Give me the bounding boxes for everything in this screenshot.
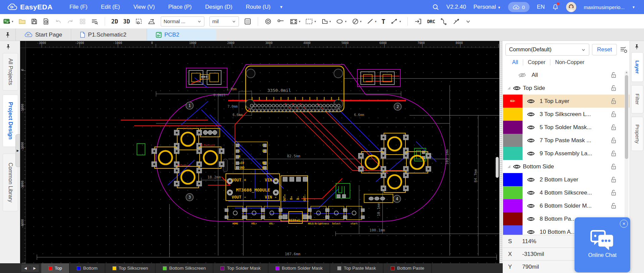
layer-options-icon[interactable] xyxy=(620,45,628,54)
via-tool-button[interactable] xyxy=(264,18,272,25)
eye-icon[interactable] xyxy=(527,99,535,104)
chat-close-icon[interactable]: ✕ xyxy=(620,220,628,228)
layer-color-swatch[interactable] xyxy=(503,186,523,199)
window-layout-button[interactable] xyxy=(79,18,86,25)
panel-resize-handle[interactable] xyxy=(499,41,503,273)
copper-area-tool-button[interactable]: ▾ xyxy=(305,18,316,25)
eye-icon[interactable] xyxy=(527,203,535,209)
online-chat-popup[interactable]: ✕ Online Chat xyxy=(575,217,630,272)
cloud-sync-badge[interactable]: 0 xyxy=(508,2,529,12)
grid-settings-button[interactable] xyxy=(244,18,251,25)
layer-tab-noncopper[interactable]: Non-Copper xyxy=(550,59,589,65)
eye-icon[interactable] xyxy=(527,229,535,235)
pcb-canvas[interactable]: HOMEVOL+VOL-HOLD/BrightnessSelectstart12… xyxy=(20,41,499,263)
new-pcb-button[interactable]: ▾ xyxy=(3,18,13,25)
collapse-triangle-icon[interactable] xyxy=(507,86,511,90)
layer-color-swatch[interactable] xyxy=(503,121,523,134)
arc-tool-button[interactable]: ▾ xyxy=(336,18,347,25)
redo-button[interactable] xyxy=(67,18,74,24)
menu-design[interactable]: Design (D) xyxy=(205,4,232,10)
layer-color-swatch[interactable] xyxy=(503,108,523,121)
pad-tool-button[interactable]: ▾ xyxy=(290,18,301,25)
sidebar-pin[interactable] xyxy=(6,44,10,50)
line-tool-button[interactable]: ▾ xyxy=(366,18,377,25)
lock-icon[interactable] xyxy=(611,72,616,78)
sidebar-tab-all-projects[interactable]: All Projects xyxy=(3,53,18,91)
layer-row-all[interactable]: All xyxy=(503,68,630,81)
lock-icon[interactable] xyxy=(611,176,616,183)
search-icon[interactable] xyxy=(432,4,439,10)
reset-button[interactable]: Reset xyxy=(592,44,617,55)
tab-schematic[interactable]: P1.Schematic2 xyxy=(71,29,147,41)
layer-color-swatch[interactable] xyxy=(503,134,523,147)
view-3d-button[interactable]: 3D xyxy=(123,18,130,25)
layer-group-bottom-side[interactable]: Bottom Side xyxy=(503,160,630,173)
tab-start-page[interactable]: Start Page xyxy=(16,29,71,41)
eye-icon[interactable] xyxy=(527,151,535,156)
save-button[interactable] xyxy=(31,18,38,25)
eye-icon[interactable] xyxy=(527,216,535,222)
lock-icon[interactable] xyxy=(611,124,616,130)
eye-icon[interactable] xyxy=(527,190,535,196)
layer-color-swatch[interactable] xyxy=(503,212,523,225)
lock-icon[interactable] xyxy=(611,163,616,170)
horizontal-ruler[interactable]: -3000-2000-10000100020003000400050006000… xyxy=(26,41,499,48)
layer-row-bottom-layer[interactable]: 2 Bottom Layer xyxy=(503,173,630,186)
lock-icon[interactable] xyxy=(611,150,616,157)
net-tool-button[interactable] xyxy=(452,18,460,25)
layer-row-top-solder-mask[interactable]: 5 Top Solder Mask... xyxy=(503,121,630,134)
unit-select[interactable]: mil xyxy=(209,16,239,26)
eye-icon[interactable] xyxy=(527,177,535,182)
design-manager-button[interactable] xyxy=(91,18,98,25)
bottom-tab-bottom-paste[interactable]: Bottom Paste xyxy=(384,263,432,273)
notifications-button[interactable] xyxy=(552,3,559,11)
menu-file[interactable]: File (F) xyxy=(69,4,88,10)
solid-region-tool-button[interactable]: ▾ xyxy=(321,18,331,25)
more-tools-button[interactable] xyxy=(465,19,471,24)
menu-more-chevron-icon[interactable]: ▼ xyxy=(279,5,283,9)
lock-icon[interactable] xyxy=(611,137,616,144)
menu-route[interactable]: Route (U) xyxy=(246,4,271,10)
eye-off-icon[interactable] xyxy=(518,72,526,78)
circle-tool-button[interactable]: ▾ xyxy=(352,18,362,25)
collapse-triangle-icon[interactable] xyxy=(507,164,511,169)
layer-bar-next-button[interactable]: ▶ xyxy=(30,266,39,270)
bottom-tab-top-paste-mask[interactable]: Top Paste Mask xyxy=(330,263,384,273)
bottom-tab-bottom-silkscreen[interactable]: Bottom Silkscreen xyxy=(156,263,213,273)
lock-icon[interactable] xyxy=(611,111,616,117)
menu-view[interactable]: View (V) xyxy=(133,4,155,10)
scrollbar-thumb[interactable] xyxy=(625,75,628,159)
bottom-tab-top[interactable]: Top xyxy=(41,263,70,273)
language-toggle[interactable]: EN xyxy=(537,4,545,10)
layer-color-swatch[interactable]: ✏ xyxy=(503,95,523,108)
layer-tab-all[interactable]: All xyxy=(507,59,523,65)
layer-row-top-paste-mask[interactable]: 7 Top Paste Mask ... xyxy=(503,134,630,147)
bottom-tab-top-solder-mask[interactable]: Top Solder Mask xyxy=(213,263,268,273)
eye-icon[interactable] xyxy=(527,112,535,117)
lock-icon[interactable] xyxy=(611,203,616,209)
bottom-tab-top-silkscreen[interactable]: Top Silkscreen xyxy=(105,263,156,273)
lock-icon[interactable] xyxy=(611,98,616,104)
lock-icon[interactable] xyxy=(611,189,616,196)
side-tab-property[interactable]: Property xyxy=(631,117,643,151)
side-tab-filter[interactable]: Filter xyxy=(631,85,643,113)
layer-color-swatch[interactable] xyxy=(503,147,523,160)
photo-view-button[interactable] xyxy=(148,18,156,25)
file-history-button[interactable] xyxy=(43,18,49,25)
view-2d-button[interactable]: 2D xyxy=(111,18,118,25)
menu-edit[interactable]: Edit (E) xyxy=(101,4,120,10)
marquee-select-button[interactable] xyxy=(135,18,143,25)
sidebar-collapse-handle[interactable]: ▶ xyxy=(15,134,20,167)
menu-place[interactable]: Place (P) xyxy=(168,4,192,10)
layer-color-swatch[interactable] xyxy=(503,173,523,186)
bottom-tab-bottom-solder-mask[interactable]: Bottom Solder Mask xyxy=(268,263,331,273)
side-tab-layer[interactable]: Layer xyxy=(631,52,643,82)
layer-row-top-assembly[interactable]: 9 Top Assembly La... xyxy=(503,147,630,160)
bottom-tab-bottom[interactable]: Bottom xyxy=(70,263,105,273)
drc-button[interactable]: DRC xyxy=(427,19,435,24)
vertical-ruler[interactable]: 0-1000-2000-3000-4000 xyxy=(20,48,26,263)
eye-icon[interactable] xyxy=(527,125,535,130)
eye-icon[interactable] xyxy=(527,138,535,143)
layer-row-bottom-silkscreen[interactable]: 4 Bottom Silkscree... xyxy=(503,186,630,199)
lock-icon[interactable] xyxy=(611,85,616,91)
